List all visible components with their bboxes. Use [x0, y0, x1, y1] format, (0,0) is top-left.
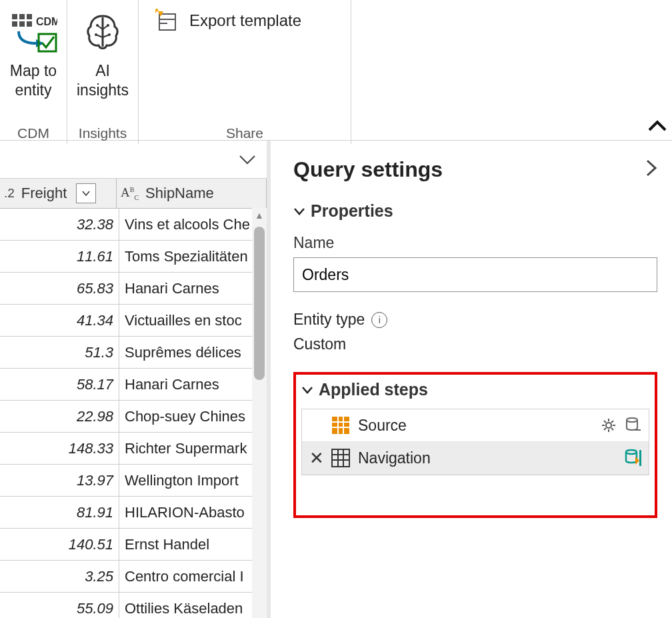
svg-line-35: [611, 421, 613, 423]
data-preview-panel: .2 Freight ABC ShipName 32.38Vins et alc…: [0, 141, 271, 618]
map-to-entity-button[interactable]: CDM Map toentity: [9, 7, 57, 100]
brain-icon: [81, 7, 124, 60]
svg-rect-18: [159, 14, 175, 30]
svg-rect-22: [332, 417, 349, 434]
svg-rect-2: [27, 14, 32, 19]
collapse-ribbon-button[interactable]: [648, 115, 667, 136]
table-row[interactable]: 58.17Hanari Carnes: [0, 369, 267, 401]
properties-toggle[interactable]: Properties: [293, 201, 657, 221]
applied-steps-highlight: Applied steps Source✕Navigation: [293, 372, 657, 518]
table-row[interactable]: 55.09Ottilies Käseladen: [0, 593, 267, 618]
cell-freight: 140.51: [0, 529, 119, 560]
table-row[interactable]: 11.61Toms Spezialitäten: [0, 241, 267, 273]
properties-section: Properties Name Entity type i Custom: [293, 201, 657, 353]
table-row[interactable]: 22.98Chop-suey Chines: [0, 401, 267, 433]
database-native-icon[interactable]: [623, 449, 642, 467]
info-icon[interactable]: i: [371, 312, 387, 328]
entity-type-value: Custom: [293, 335, 657, 353]
svg-line-32: [604, 421, 606, 423]
export-template-label: Export template: [189, 11, 301, 30]
chevron-down-icon: [301, 382, 313, 397]
table-row[interactable]: 81.91HILARION-Abasto: [0, 497, 267, 529]
svg-rect-3: [12, 21, 17, 27]
cell-shipname: HILARION-Abasto: [119, 497, 267, 528]
applied-steps-toggle[interactable]: Applied steps: [301, 380, 649, 399]
svg-text:CDM: CDM: [36, 16, 57, 27]
scrollbar-thumb[interactable]: [254, 227, 265, 380]
chevron-down-icon[interactable]: [239, 149, 256, 170]
applied-step[interactable]: ✕Navigation: [302, 442, 649, 475]
map-to-entity-icon: CDM: [9, 7, 57, 60]
cell-shipname: Suprêmes délices: [119, 337, 267, 368]
svg-line-33: [611, 428, 613, 430]
ai-insights-label: AIinsights: [77, 61, 129, 100]
table-row[interactable]: 3.25Centro comercial I: [0, 561, 267, 593]
table-row[interactable]: 32.38Vins et alcools Che: [0, 209, 267, 241]
ribbon-group-cdm: CDM Map toentity CDM: [0, 0, 67, 144]
ribbon-group-title-share: Share: [226, 125, 263, 144]
decimal-type-icon: .2: [4, 186, 15, 201]
column-label: ShipName: [145, 185, 214, 202]
cell-freight: 32.38: [0, 209, 119, 240]
panel-title: Query settings: [293, 157, 443, 182]
cell-freight: 51.3: [0, 337, 119, 368]
name-field-label: Name: [293, 234, 657, 252]
ribbon: CDM Map toentity CDM: [0, 0, 672, 141]
cell-freight: 3.25: [0, 561, 119, 592]
map-to-entity-label: Map toentity: [10, 61, 57, 100]
ribbon-group-title-cdm: CDM: [17, 125, 49, 144]
delete-step-button[interactable]: ✕: [307, 448, 326, 469]
table-row[interactable]: 140.51Ernst Handel: [0, 529, 267, 561]
column-header-shipname[interactable]: ABC ShipName: [117, 179, 267, 208]
cell-freight: 41.34: [0, 305, 119, 336]
export-template-button[interactable]: Export template: [155, 8, 301, 33]
table-row[interactable]: 65.83Hanari Carnes: [0, 273, 267, 305]
column-filter-dropdown[interactable]: [76, 183, 96, 203]
ribbon-group-share: Export template Share: [139, 0, 351, 144]
applied-step[interactable]: Source: [302, 409, 649, 442]
column-header-freight[interactable]: .2 Freight: [0, 179, 117, 208]
step-label: Navigation: [358, 449, 623, 467]
table-row[interactable]: 41.34Victuailles en stoc: [0, 305, 267, 337]
cell-freight: 22.98: [0, 401, 119, 432]
table-source-icon: [330, 415, 351, 436]
collapse-panel-button[interactable]: [645, 157, 657, 183]
column-label: Freight: [21, 185, 67, 202]
properties-label: Properties: [311, 201, 393, 221]
chevron-down-icon: [293, 203, 305, 219]
cell-shipname: Vins et alcools Che: [119, 209, 267, 240]
ribbon-group-title-insights: Insights: [79, 125, 127, 144]
table-row[interactable]: 13.97Wellington Import: [0, 465, 267, 497]
cell-shipname: Toms Spezialitäten: [119, 241, 267, 272]
cell-shipname: Ernst Handel: [119, 529, 267, 560]
table-row[interactable]: 148.33Richter Supermark: [0, 433, 267, 465]
table-icon: [330, 447, 351, 469]
step-actions: [599, 416, 649, 435]
main-area: .2 Freight ABC ShipName 32.38Vins et alc…: [0, 141, 672, 618]
svg-point-27: [606, 423, 611, 428]
query-name-input[interactable]: [293, 257, 657, 292]
scroll-up-icon[interactable]: ▲: [252, 208, 267, 223]
table-body: 32.38Vins et alcools Che11.61Toms Spezia…: [0, 209, 267, 618]
entity-type-row: Entity type i: [293, 311, 657, 329]
vertical-scrollbar[interactable]: ▲: [252, 208, 267, 618]
svg-line-34: [604, 428, 606, 430]
formula-bar: [0, 141, 267, 179]
entity-type-label: Entity type: [293, 311, 365, 329]
cell-shipname: Richter Supermark: [119, 433, 267, 464]
svg-rect-1: [19, 14, 25, 19]
cell-shipname: Wellington Import: [119, 465, 267, 496]
table-row[interactable]: 51.3Suprêmes délices: [0, 337, 267, 369]
database-icon[interactable]: [623, 416, 642, 435]
cell-shipname: Victuailles en stoc: [119, 305, 267, 336]
ai-insights-button[interactable]: AIinsights: [77, 7, 129, 100]
cell-freight: 11.61: [0, 241, 119, 272]
svg-rect-38: [332, 449, 349, 467]
svg-point-36: [627, 418, 637, 422]
applied-steps-label: Applied steps: [319, 380, 428, 399]
applied-steps-list: Source✕Navigation: [301, 409, 649, 475]
data-table: .2 Freight ABC ShipName 32.38Vins et alc…: [0, 179, 267, 618]
svg-rect-5: [27, 21, 32, 27]
step-actions: [623, 449, 649, 467]
gear-icon[interactable]: [599, 416, 618, 435]
